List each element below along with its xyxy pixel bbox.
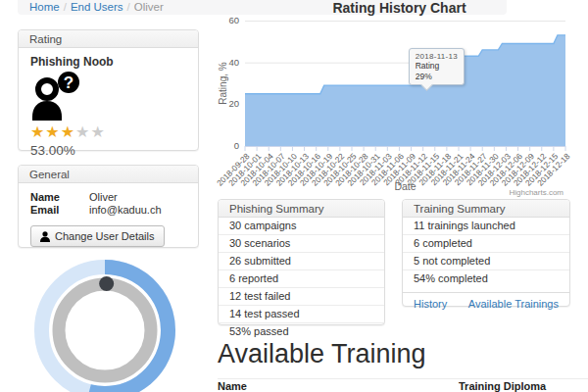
field-value: info@kaduu.ch: [89, 204, 162, 217]
history-link[interactable]: History: [414, 298, 447, 310]
list-item: 5 not completed: [403, 252, 569, 270]
svg-text:40: 40: [228, 57, 239, 68]
user-dashboard-page: Home/End Users/Oliver Rating Phishing No…: [0, 0, 588, 392]
change-user-details-label: Change User Details: [55, 230, 155, 242]
list-item: 11 trainings launched: [403, 218, 569, 234]
svg-text:60: 60: [228, 15, 239, 25]
training-summary-header: Training Summary: [403, 200, 569, 218]
list-item: 12 test failed: [219, 287, 384, 305]
available-trainings-link[interactable]: Available Trainings: [468, 298, 559, 310]
list-item: 53% passed: [219, 322, 384, 340]
rating-history-chart[interactable]: 02040602018-09-282018-10-012018-10-04201…: [0, 0, 588, 201]
list-item: 54% completed: [403, 270, 569, 287]
tooltip-date: 2018-11-13: [416, 52, 458, 61]
phishing-summary-panel: Phishing Summary 30 campaigns30 scenario…: [218, 199, 385, 325]
svg-text:0: 0: [234, 140, 239, 151]
column-header-name: Name: [218, 380, 247, 392]
change-user-details-button[interactable]: Change User Details: [30, 225, 165, 247]
available-training-heading: Available Training: [218, 339, 588, 379]
field-label: Email: [30, 204, 89, 217]
list-item: 6 reported: [219, 270, 384, 287]
column-header-training-diploma: Training Diploma: [459, 380, 546, 392]
list-item: 14 test passed: [219, 305, 384, 322]
highcharts-credit: Highcharts.com: [509, 188, 564, 197]
list-item: 30 campaigns: [219, 218, 384, 234]
tooltip-series: Rating: [416, 61, 458, 72]
available-training-table-header: NameTraining Diploma: [218, 380, 588, 392]
list-item: 30 scenarios: [219, 234, 384, 252]
svg-text:20: 20: [228, 98, 239, 109]
chart-tooltip: 2018-11-13 Rating 29%: [409, 48, 465, 85]
svg-text:Rating, %: Rating, %: [218, 62, 228, 104]
phishing-summary-header: Phishing Summary: [219, 200, 384, 218]
training-summary-panel: Training Summary 11 trainings launched6 …: [402, 199, 570, 307]
list-item: 6 completed: [403, 234, 569, 252]
person-icon: [40, 231, 50, 242]
general-field-row: Emailinfo@kaduu.ch: [30, 204, 186, 217]
progress-ring: [22, 247, 188, 392]
svg-text:Date: Date: [394, 180, 416, 192]
tooltip-value: 29%: [416, 72, 458, 82]
training-summary-links: HistoryAvailable Trainings: [403, 292, 569, 310]
list-item: 26 submitted: [219, 252, 384, 270]
